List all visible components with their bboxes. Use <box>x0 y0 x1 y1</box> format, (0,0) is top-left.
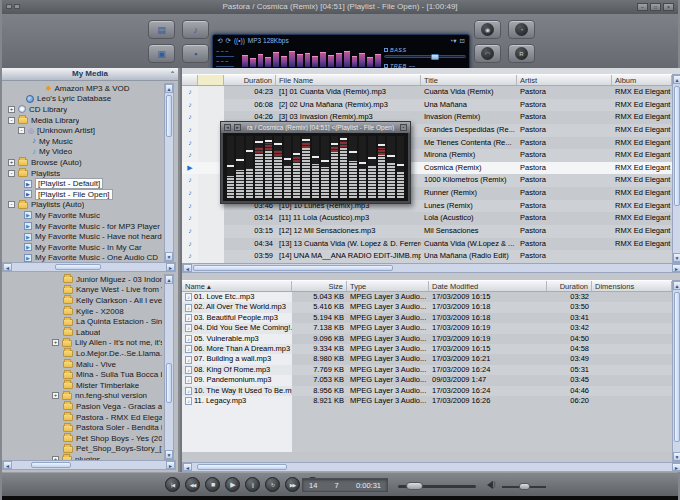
tree-item[interactable]: +nn.feng-shui version <box>2 391 162 402</box>
scroll-up-icon[interactable]: ▲ <box>673 75 680 84</box>
mini-player-titlebar[interactable]: ◄ ► ra / Cosmica (Remix) [04:51] <(Playl… <box>221 122 410 133</box>
tree-item[interactable]: Kylie - X2008 <box>2 306 162 317</box>
scroll-right-icon[interactable]: ► <box>166 461 175 469</box>
filelist-hscrollbar[interactable]: ◄ ► <box>182 462 680 472</box>
close-button[interactable]: × <box>663 3 674 11</box>
rewind-button[interactable]: ◀◀ <box>185 477 200 492</box>
minimize-button[interactable]: – <box>637 3 648 11</box>
volume-slider[interactable] <box>502 486 546 488</box>
maximize-button[interactable]: □ <box>650 3 661 11</box>
column-header-album[interactable]: Album <box>612 75 672 85</box>
eq-band-slider[interactable] <box>312 136 319 198</box>
file-row[interactable]: ♪03. Beautiful People.mp35.194 KBMPEG La… <box>182 313 672 323</box>
column-header-artist[interactable]: Artist <box>517 75 612 85</box>
scroll-right-icon[interactable]: ► <box>672 463 680 471</box>
eq-band-slider[interactable] <box>236 136 243 198</box>
tree-item[interactable]: ▶My Favorite Music - Have not heard rec <box>2 231 162 242</box>
expand-plus-icon[interactable]: + <box>8 106 15 113</box>
mini-player-window[interactable]: ◄ ► ra / Cosmica (Remix) [04:51] <(Playl… <box>220 121 411 204</box>
scroll-left-icon[interactable]: ◄ <box>183 463 192 471</box>
expand-plus-icon[interactable]: + <box>8 159 15 166</box>
playlist-row[interactable]: ♪03:14[11] 11 Lola (Acustico).mp3Lola (A… <box>182 212 672 225</box>
scroll-up-icon[interactable]: ▲ <box>165 84 173 93</box>
tree-item[interactable]: Pastora - RMX Ed Elegant <box>2 412 162 423</box>
scroll-up-icon[interactable]: ▲ <box>673 281 680 290</box>
tree-item[interactable]: Kelly Clarkson - All I ever w <box>2 295 162 306</box>
file-row[interactable]: ♪08. King Of Rome.mp37.769 KBMPEG Layer … <box>182 365 672 375</box>
eq-band-slider[interactable] <box>274 136 281 198</box>
scroll-left-icon[interactable]: ◄ <box>183 264 192 272</box>
bass-slider[interactable] <box>384 55 466 58</box>
expand-plus-icon[interactable]: + <box>52 339 59 346</box>
tree-item[interactable]: Lo.Mejor.De.-.Se.Llama.C <box>2 348 162 359</box>
tree-item[interactable]: -Playlists <box>2 168 162 179</box>
previous-button[interactable]: |◀ <box>165 477 180 492</box>
tree-item[interactable]: ▶My Favorite Music <box>2 210 162 221</box>
playlist-hscrollbar[interactable]: ◄ ► <box>182 263 680 273</box>
collapse-minus-icon[interactable]: - <box>8 170 15 177</box>
column-header-name[interactable]: Name ▴ <box>182 281 292 291</box>
eq-band-slider[interactable] <box>349 136 356 198</box>
tree-item[interactable]: Kanye West - Live from VH <box>2 285 162 296</box>
header-icon-column[interactable] <box>182 75 198 85</box>
scroll-down-icon[interactable]: ▼ <box>673 452 680 461</box>
column-header-file-name[interactable]: File Name <box>276 75 421 85</box>
media-tree-vscrollbar[interactable]: ▲ ▼ <box>164 83 174 262</box>
eq-band-slider[interactable] <box>246 136 253 198</box>
record-button[interactable]: R <box>508 44 535 63</box>
column-header-duration[interactable]: Duration <box>547 281 592 291</box>
tree-item[interactable]: ♪My Video <box>2 147 162 158</box>
playlist-vscrollbar[interactable]: ▲ ▼ <box>672 74 680 263</box>
file-row[interactable]: ♪10. The Way It Used To Be.mp38.956 KBMP… <box>182 386 672 396</box>
tree-item[interactable]: Pet Shop Boys - Yes (2009 <box>2 433 162 444</box>
media-library-button[interactable]: ♪ <box>182 20 209 39</box>
play-button[interactable]: ▶ <box>225 477 240 492</box>
tree-item[interactable]: ♪My Music <box>2 136 162 147</box>
scroll-right-icon[interactable]: ► <box>166 263 175 271</box>
slider-thumb[interactable] <box>431 54 439 60</box>
playlist-row[interactable]: ♪06:08[2] 02 Una Mañana (Remix).mp3Una M… <box>182 99 672 112</box>
tree-item[interactable]: ▶[Playlist - Default] <box>2 178 162 189</box>
maximize-lcd-icon[interactable]: ⊡ <box>460 37 465 45</box>
eq-band-slider[interactable] <box>359 136 366 198</box>
rewind-mini-icon[interactable]: ⟲ <box>217 37 222 45</box>
file-row[interactable]: ♪07. Building a wall.mp38.980 KBMPEG Lay… <box>182 354 672 364</box>
tree-item[interactable]: Junior Miguez - 03 Indomal <box>2 274 162 285</box>
tree-item[interactable]: +Lily Allen - It's not me, it's y <box>2 338 162 349</box>
scroll-right-icon[interactable]: ► <box>672 264 680 272</box>
tree-item[interactable]: La Quinta Estacion - Sin fre <box>2 316 162 327</box>
folder-tree-vscrollbar[interactable]: ▲ ▼ <box>164 274 174 460</box>
eq-band-slider[interactable] <box>284 136 291 198</box>
mini-close-icon[interactable]: ▪ <box>400 124 407 131</box>
expand-plus-icon[interactable]: + <box>52 392 59 399</box>
tree-item[interactable]: -◎[Unknown Artist] <box>2 125 162 136</box>
scroll-up-icon[interactable]: ▲ <box>165 275 173 284</box>
tree-item[interactable]: ▶My Favorite Music - In My Car <box>2 242 162 253</box>
media-tree-hscrollbar[interactable]: ◄ ► <box>2 262 176 272</box>
alarm-button[interactable]: ◔ <box>508 20 535 39</box>
column-header-type[interactable]: Type <box>347 281 429 291</box>
playlist-editor-button[interactable]: ▤ <box>148 20 175 39</box>
repeat-button[interactable]: ↻ <box>265 477 280 492</box>
column-header-title[interactable]: Title <box>421 75 517 85</box>
volume-thumb[interactable] <box>519 483 530 490</box>
filelist-vscrollbar[interactable]: ▲ ▼ <box>672 280 680 462</box>
eq-band-slider[interactable] <box>321 136 328 198</box>
eq-band-slider[interactable] <box>340 136 347 198</box>
stop-button[interactable]: ■ <box>205 477 220 492</box>
scroll-down-icon[interactable]: ▼ <box>165 450 173 459</box>
scroll-down-icon[interactable]: ▼ <box>673 253 680 262</box>
playlist-row[interactable]: ♪04:34[13] 13 Cuanta Vida (W. Lopez & D.… <box>182 238 672 251</box>
tree-item[interactable]: Pasion Vega - Gracias a la <box>2 401 162 412</box>
tree-item[interactable]: +Browse (Auto) <box>2 157 162 168</box>
collapse-minus-icon[interactable]: - <box>18 127 25 134</box>
tree-item[interactable]: -Playlists (Auto) <box>2 200 162 211</box>
column-header-dimensions[interactable]: Dimensions <box>592 281 672 291</box>
playlist-row[interactable]: ♪04:23[1] 01 Cuanta Vida (Remix).mp3Cuan… <box>182 86 672 99</box>
collapse-minus-icon[interactable]: - <box>8 201 15 208</box>
mini-next-icon[interactable]: ► <box>234 124 241 131</box>
mini-prev-icon[interactable]: ◄ <box>224 124 231 131</box>
file-row[interactable]: ♪01. Love Etc..mp35.043 KBMPEG Layer 3 A… <box>182 292 672 302</box>
panel-header[interactable]: My Media ⌃⌄ <box>2 68 178 81</box>
file-row[interactable]: ♪11. Legacy.mp38.921 KBMPEG Layer 3 Audi… <box>182 396 672 406</box>
